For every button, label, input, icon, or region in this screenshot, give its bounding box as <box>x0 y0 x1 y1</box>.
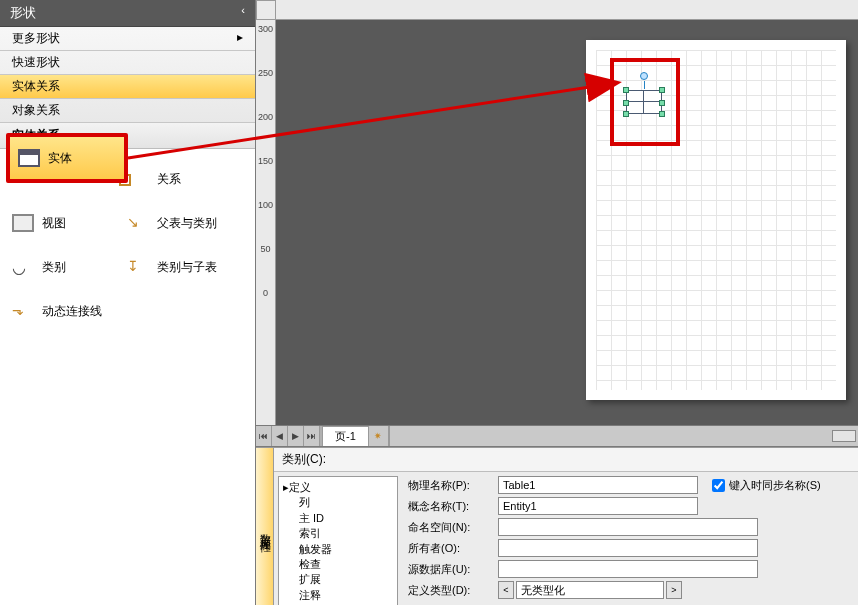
input-concept-name[interactable] <box>498 497 698 515</box>
page-tab[interactable]: 页-1 <box>322 426 369 446</box>
chevron-right-icon: ▸ <box>237 30 243 47</box>
stencil-sets-menu: 更多形状▸ 快速形状 实体关系 对象关系 <box>0 27 255 123</box>
entity-body[interactable] <box>626 90 662 114</box>
entity-icon <box>18 149 40 167</box>
tree-item[interactable]: 注释 <box>283 588 393 603</box>
label-definition-type: 定义类型(D): <box>408 583 498 598</box>
category-label: 类别(C): <box>274 448 858 472</box>
stencil-area: 关系 视图 父表与类别 类别 类别与子表 <box>0 149 255 605</box>
label: 键入时同步名称(S) <box>729 478 821 493</box>
input-definition-type[interactable] <box>516 581 664 599</box>
stencil-view[interactable]: 视图 <box>6 201 121 245</box>
deftype-next-button[interactable]: > <box>666 581 682 599</box>
stencil-entity[interactable]: 实体 <box>6 133 128 183</box>
label: 更多形状 <box>12 30 60 47</box>
tree-item[interactable]: 列 <box>283 495 393 510</box>
label-namespace: 命名空间(N): <box>408 520 498 535</box>
category-icon <box>12 258 34 276</box>
ruler-horizontal <box>276 0 858 20</box>
label: 对象关系 <box>12 102 60 119</box>
parentchild-icon <box>127 214 149 232</box>
panel-title: 形状 <box>10 4 36 22</box>
category-tree[interactable]: ▸定义 列 主 ID 索引 触发器 检查 扩展 注释 <box>278 476 398 605</box>
input-namespace[interactable] <box>498 518 758 536</box>
ruler-corner <box>256 0 276 20</box>
label-concept-name: 概念名称(T): <box>408 499 498 514</box>
label: 关系 <box>157 171 181 188</box>
label: 动态连接线 <box>42 303 102 320</box>
menu-item-more-shapes[interactable]: 更多形状▸ <box>0 27 255 51</box>
resize-handle-icon[interactable] <box>659 100 665 106</box>
tree-item[interactable]: 检查 <box>283 557 393 572</box>
label: 类别与子表 <box>157 259 217 276</box>
shapes-panel: 形状 ‹ 更多形状▸ 快速形状 实体关系 对象关系 实体关系 关系 <box>0 0 256 605</box>
label: 快速形状 <box>12 54 60 71</box>
label: 父表与类别 <box>157 215 217 232</box>
dynconnector-icon <box>12 302 34 320</box>
resize-handle-icon[interactable] <box>659 87 665 93</box>
ruler-vertical: 300 250 200 150 100 50 0 <box>256 20 276 425</box>
input-owner[interactable] <box>498 539 758 557</box>
tab-nav-prev[interactable]: ◀ <box>272 426 288 446</box>
resize-handle-icon[interactable] <box>623 111 629 117</box>
tree-item[interactable]: 索引 <box>283 526 393 541</box>
tree-item[interactable]: 扩展 <box>283 572 393 587</box>
canvas[interactable] <box>276 20 858 425</box>
deftype-prev-button[interactable]: < <box>498 581 514 599</box>
new-page-button[interactable]: ✷ <box>369 426 389 446</box>
page-tab-bar: ⏮ ◀ ▶ ⏭ 页-1 ✷ <box>256 425 858 447</box>
checkbox-sync-name[interactable]: 键入时同步名称(S) <box>712 478 821 493</box>
view-icon <box>12 214 34 232</box>
input-source-db[interactable] <box>498 560 758 578</box>
resize-handle-icon[interactable] <box>623 100 629 106</box>
panel-title-bar[interactable]: 形状 ‹ <box>0 0 255 27</box>
stencil-parentchild[interactable]: 父表与类别 <box>121 201 236 245</box>
stencil-catchild[interactable]: 类别与子表 <box>121 245 236 289</box>
scrollbar-thumb[interactable] <box>832 430 856 442</box>
relation-icon <box>127 170 149 188</box>
definition-form: 物理名称(P): 键入时同步名称(S) 概念名称(T): <box>402 472 858 605</box>
tab-nav-next[interactable]: ▶ <box>288 426 304 446</box>
label-owner: 所有者(O): <box>408 541 498 556</box>
catchild-icon <box>127 258 149 276</box>
label: 类别 <box>42 259 66 276</box>
menu-item-entity-relation[interactable]: 实体关系 <box>0 75 255 99</box>
label: 视图 <box>42 215 66 232</box>
label-physical-name: 物理名称(P): <box>408 478 498 493</box>
checkbox-input[interactable] <box>712 479 725 492</box>
stencil-category[interactable]: 类别 <box>6 245 121 289</box>
label: 实体 <box>48 150 72 167</box>
resize-handle-icon[interactable] <box>623 87 629 93</box>
tree-item-definition[interactable]: ▸定义 <box>283 480 393 495</box>
tree-item[interactable]: 触发器 <box>283 542 393 557</box>
tab-scrollbar[interactable] <box>389 426 858 446</box>
input-physical-name[interactable] <box>498 476 698 494</box>
label: 实体关系 <box>12 78 60 95</box>
resize-handle-icon[interactable] <box>659 111 665 117</box>
database-properties-panel: 数据库属性 类别(C): ▸定义 列 主 ID 索引 触发器 检查 扩展 注释 <box>256 447 858 605</box>
workspace: 300 250 200 150 100 50 0 <box>256 0 858 605</box>
stencil-dynconnector[interactable]: 动态连接线 <box>6 289 121 333</box>
rotation-handle-icon[interactable] <box>640 72 648 80</box>
tab-nav-last[interactable]: ⏭ <box>304 426 320 446</box>
menu-item-object-relation[interactable]: 对象关系 <box>0 99 255 123</box>
menu-item-quick-shapes[interactable]: 快速形状 <box>0 51 255 75</box>
label-source-db: 源数据库(U): <box>408 562 498 577</box>
properties-side-title[interactable]: 数据库属性 <box>256 448 274 605</box>
stencil-relation[interactable]: 关系 <box>121 157 236 201</box>
tab-nav-first[interactable]: ⏮ <box>256 426 272 446</box>
entity-shape-instance[interactable] <box>626 90 662 124</box>
tree-item[interactable]: 主 ID <box>283 511 393 526</box>
panel-collapse-icon[interactable]: ‹ <box>241 4 245 22</box>
